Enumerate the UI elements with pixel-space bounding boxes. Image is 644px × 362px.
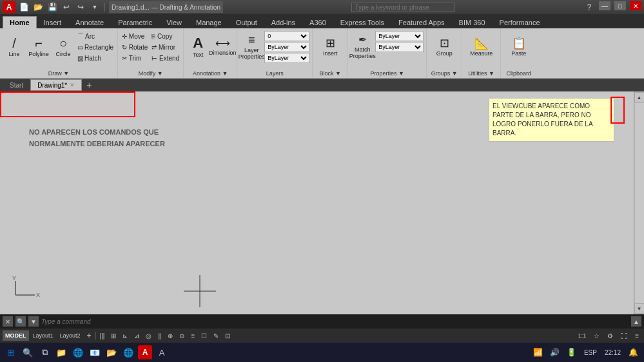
tab-manage[interactable]: Manage <box>189 16 229 28</box>
command-close-button[interactable]: ✕ <box>3 316 13 327</box>
doc-tab-drawing1[interactable]: Drawing1* ✕ <box>30 79 82 91</box>
workspace-selector[interactable]: Drawing1.d... — Drafting & Annotation <box>109 1 223 13</box>
command-bar-scroll-button[interactable]: ▲ <box>631 316 641 327</box>
app-logo-icon[interactable]: A <box>3 1 15 13</box>
polyline-button[interactable]: ⌐ Polyline <box>27 31 50 63</box>
taskbar-taskview-icon[interactable]: ⧉ <box>37 345 52 359</box>
line-button[interactable]: / Line <box>3 31 26 63</box>
tab-view[interactable]: View <box>159 16 189 28</box>
taskbar-mail-icon[interactable]: 📧 <box>88 345 102 359</box>
color-dropdown[interactable]: ByLayer <box>264 42 309 52</box>
taskbar-edge-icon[interactable]: 🌐 <box>71 345 85 359</box>
open-icon[interactable]: 📂 <box>32 1 44 13</box>
layout1-tab[interactable]: Layout1 <box>30 330 56 341</box>
doc-tab-close-icon[interactable]: ✕ <box>70 82 75 88</box>
insert-button[interactable]: ⊞ Insert <box>318 31 342 63</box>
qat-dropdown-icon[interactable]: ▼ <box>89 1 101 13</box>
tab-bim[interactable]: BIM 360 <box>452 16 493 28</box>
minimize-button[interactable]: — <box>599 1 610 10</box>
paste-button[interactable]: 📋 Paste <box>507 31 531 63</box>
undo-icon[interactable]: ↩ <box>61 1 72 13</box>
new-icon[interactable]: 📄 <box>18 1 30 13</box>
trim-button[interactable]: ✂ Trim <box>121 53 149 63</box>
taskbar-network-icon[interactable]: 📶 <box>531 345 545 359</box>
keyword-search-input[interactable] <box>351 3 454 12</box>
match-properties-button[interactable]: ✒ MatchProperties <box>351 31 374 63</box>
tab-a360[interactable]: A360 <box>302 16 333 28</box>
extend-button[interactable]: ⊢ Extend <box>150 53 181 63</box>
doc-tab-start[interactable]: Start <box>3 79 30 91</box>
tab-home[interactable]: Home <box>3 16 37 28</box>
command-search-button[interactable]: 🔍 <box>15 316 26 327</box>
move-button[interactable]: ✛ Move <box>121 31 149 41</box>
taskbar-battery-icon[interactable]: 🔋 <box>565 345 579 359</box>
dyn-toggle[interactable]: ⊙ <box>177 330 187 341</box>
help-icon[interactable]: ? <box>583 1 595 13</box>
customization-icon[interactable]: ≡ <box>632 330 641 341</box>
dimension-button[interactable]: ⟷ Dimension <box>211 31 234 63</box>
scroll-up-button[interactable]: ▲ <box>634 92 645 102</box>
close-button[interactable]: ✕ <box>630 1 641 10</box>
mirror-button[interactable]: ⇌ Mirror <box>150 42 181 52</box>
taskbar-search-icon[interactable]: 🔍 <box>21 345 35 359</box>
ucs-toggle[interactable]: ⊕ <box>165 330 175 341</box>
layer-dropdown[interactable]: 0 <box>264 31 309 41</box>
annotation-scale[interactable]: 1:1 <box>576 330 589 341</box>
hatch-button[interactable]: ▨ Hatch <box>76 53 115 63</box>
doc-tab-new[interactable]: + <box>82 79 96 91</box>
annotation-visibility[interactable]: ☆ <box>591 330 602 341</box>
tab-insert[interactable]: Insert <box>37 16 69 28</box>
tab-addins[interactable]: Add-ins <box>264 16 302 28</box>
polar-toggle[interactable]: ⊿ <box>132 330 142 341</box>
circle-button[interactable]: ○ Circle <box>52 31 75 63</box>
canvas-area: NO APARECEN LOS COMANDOS QUE NORMALMENTE… <box>0 91 644 314</box>
scroll-track[interactable] <box>635 103 644 303</box>
command-input[interactable] <box>41 318 629 325</box>
drawing-canvas[interactable]: NO APARECEN LOS COMANDOS QUE NORMALMENTE… <box>0 91 634 314</box>
maximize-button[interactable]: □ <box>614 1 626 10</box>
workspace-settings[interactable]: ⚙ <box>605 330 616 341</box>
taskbar-apps-icon[interactable]: A <box>155 345 169 359</box>
otrack-toggle[interactable]: ∥ <box>155 330 164 341</box>
tab-output[interactable]: Output <box>229 16 264 28</box>
osnap-toggle[interactable]: ◎ <box>143 330 154 341</box>
transparency-toggle[interactable]: ☐ <box>199 330 210 341</box>
arc-button[interactable]: ⌒ Arc <box>76 31 115 41</box>
ortho-toggle[interactable]: ⊾ <box>120 330 130 341</box>
text-button[interactable]: A Text <box>186 31 210 63</box>
taskbar-autocad-icon[interactable]: A <box>138 345 152 359</box>
grid-toggle[interactable]: ⊞ <box>108 330 119 341</box>
qp-toggle[interactable]: ✎ <box>211 330 221 341</box>
scroll-down-button[interactable]: ▼ <box>634 303 645 314</box>
rotate-button[interactable]: ↻ Rotate <box>121 42 149 52</box>
taskbar-notification-icon[interactable]: 🔔 <box>626 345 640 359</box>
redo-icon[interactable]: ↪ <box>75 1 86 13</box>
linetype2-dropdown[interactable]: ByLayer <box>375 42 424 52</box>
taskbar-browser-icon[interactable]: 🌐 <box>121 345 135 359</box>
layout2-tab[interactable]: Layout2 <box>57 330 83 341</box>
linetype-dropdown[interactable]: ByLayer <box>264 53 309 63</box>
snap-toggle[interactable]: ||| <box>97 330 108 341</box>
save-icon[interactable]: 💾 <box>46 1 58 13</box>
taskbar-explorer-icon[interactable]: 📁 <box>54 345 68 359</box>
fullscreen-toggle[interactable]: ⛶ <box>618 330 630 341</box>
measure-button[interactable]: 📐 Measure <box>470 31 493 63</box>
taskbar-folder2-icon[interactable]: 📂 <box>104 345 119 359</box>
groups-button[interactable]: ⊡ Group <box>433 31 456 63</box>
tab-express[interactable]: Express Tools <box>333 16 391 28</box>
model-tab[interactable]: MODEL <box>3 330 29 341</box>
sc-toggle[interactable]: ⊡ <box>222 330 233 341</box>
tab-featured[interactable]: Featured Apps <box>391 16 452 28</box>
copy-button[interactable]: ⎘ Copy <box>150 31 181 41</box>
command-history-button[interactable]: ▼ <box>28 316 39 327</box>
linecolor-dropdown[interactable]: ByLayer <box>375 31 424 41</box>
tab-parametric[interactable]: Parametric <box>111 16 159 28</box>
start-button[interactable]: ⊞ <box>4 345 18 359</box>
rectangle-button[interactable]: ▭ Rectangle <box>76 42 115 52</box>
tab-performance[interactable]: Performance <box>493 16 547 28</box>
tab-annotate[interactable]: Annotate <box>68 16 111 28</box>
taskbar-volume-icon[interactable]: 🔊 <box>548 345 562 359</box>
new-layout-button[interactable]: + <box>84 330 94 341</box>
layer-properties-button[interactable]: ≡ LayerProperties <box>240 31 263 63</box>
lw-toggle[interactable]: ≡ <box>188 330 197 341</box>
